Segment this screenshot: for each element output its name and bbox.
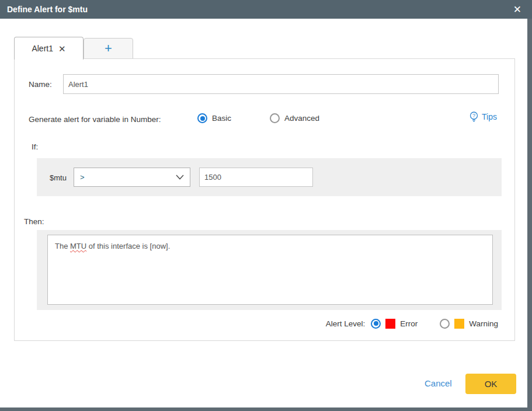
add-tab-button[interactable]: +: [84, 38, 133, 59]
dialog-titlebar: Define Alert for $mtu ✕: [0, 0, 532, 19]
tips-label: Tips: [482, 112, 497, 121]
basic-radio[interactable]: [197, 113, 207, 123]
backdrop-shadow-bottom: [0, 407, 532, 411]
tab-alert1[interactable]: Alert1 ✕: [14, 37, 84, 60]
svg-text:?: ?: [472, 113, 475, 119]
error-radio[interactable]: [371, 319, 381, 329]
warning-label: Warning: [469, 319, 498, 328]
tips-bulb-icon: ?: [469, 112, 479, 122]
plus-icon: +: [105, 41, 112, 56]
then-label: Then:: [24, 217, 44, 226]
ok-button[interactable]: OK: [465, 374, 516, 394]
name-input[interactable]: [63, 74, 499, 94]
advanced-radio[interactable]: [270, 113, 280, 123]
basic-label: Basic: [212, 114, 231, 123]
generate-alert-label: Generate alert for variable in Number:: [29, 115, 161, 124]
message-flagged-word: MTU: [70, 242, 86, 250]
backdrop-shadow-right: [527, 19, 532, 411]
advanced-label: Advanced: [284, 114, 319, 123]
close-icon[interactable]: ✕: [510, 4, 525, 16]
operator-value: >: [80, 173, 85, 182]
tab-alert1-label: Alert1: [32, 44, 53, 53]
operator-select[interactable]: >: [74, 168, 190, 187]
message-pre: The: [55, 242, 70, 250]
threshold-input[interactable]: [199, 168, 313, 187]
then-action-panel: The MTU of this interface is [now].: [37, 230, 502, 310]
alert-form-panel: Name: Generate alert for variable in Num…: [14, 58, 515, 341]
cancel-button[interactable]: Cancel: [425, 378, 452, 388]
alert-message-textarea[interactable]: The MTU of this interface is [now].: [47, 235, 493, 305]
message-post: of this interface is [now].: [86, 242, 170, 250]
mode-options: Basic Advanced: [197, 113, 319, 123]
error-label: Error: [400, 319, 418, 328]
chevron-down-icon: [176, 175, 184, 180]
if-label: If:: [32, 142, 38, 151]
define-alert-dialog: Define Alert for $mtu ✕ Alert1 ✕ + Name:…: [0, 0, 532, 411]
if-condition-panel: $mtu >: [37, 158, 502, 196]
name-label: Name:: [29, 80, 52, 89]
variable-label: $mtu: [50, 173, 67, 182]
alert-level-row: Alert Level: Error Warning: [326, 318, 498, 329]
tab-close-icon[interactable]: ✕: [58, 44, 66, 53]
dialog-title: Define Alert for $mtu: [7, 5, 88, 14]
tips-link[interactable]: ? Tips: [469, 112, 497, 122]
warning-color-swatch: [454, 319, 464, 329]
warning-radio[interactable]: [440, 319, 450, 329]
alert-level-label: Alert Level:: [326, 319, 366, 328]
error-color-swatch: [385, 319, 395, 329]
